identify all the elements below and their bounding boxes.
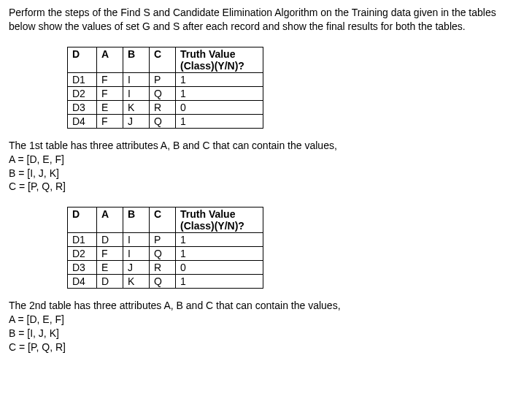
cell-c: Q [150, 247, 176, 261]
cell-d: D3 [68, 261, 97, 275]
cell-a: E [97, 261, 123, 275]
table-row: D1 F I P 1 [68, 72, 263, 86]
desc2-line1: The 2nd table has three attributes A, B … [9, 299, 523, 313]
table1: D A B C Truth Value (Class)(Y/N)? D1 F I… [67, 47, 263, 129]
cell-a: F [97, 114, 123, 128]
th-tv-line2: (Class)(Y/N)? [180, 220, 258, 232]
table-row: D3 E K R 0 [68, 100, 263, 114]
cell-b: I [123, 86, 150, 100]
table-row: D1 D I P 1 [68, 233, 263, 247]
th-tv: Truth Value (Class)(Y/N)? [176, 207, 263, 233]
cell-a: F [97, 247, 123, 261]
cell-tv: 1 [176, 72, 263, 86]
table-row: D4 D K Q 1 [68, 275, 263, 289]
cell-d: D4 [68, 114, 97, 128]
desc1: The 1st table has three attributes A, B … [9, 139, 523, 194]
cell-tv: 1 [176, 114, 263, 128]
desc2-lineC: C = [P, Q, R] [9, 340, 523, 354]
cell-tv: 1 [176, 247, 263, 261]
cell-tv: 0 [176, 261, 263, 275]
cell-b: J [123, 114, 150, 128]
table-row: D3 E J R 0 [68, 261, 263, 275]
cell-d: D2 [68, 247, 97, 261]
cell-tv: 1 [176, 86, 263, 100]
cell-b: I [123, 233, 150, 247]
th-tv-line1: Truth Value [180, 48, 235, 60]
desc1-line1: The 1st table has three attributes A, B … [9, 139, 523, 153]
cell-b: K [123, 275, 150, 289]
table2-wrap: D A B C Truth Value (Class)(Y/N)? D1 D I… [67, 207, 523, 289]
th-a: A [97, 207, 123, 233]
desc1-lineA: A = [D, E, F] [9, 153, 523, 167]
cell-d: D3 [68, 100, 97, 114]
th-d: D [68, 47, 97, 72]
th-tv-line1: Truth Value [180, 208, 235, 220]
th-d: D [68, 207, 97, 233]
cell-b: I [123, 247, 150, 261]
cell-d: D1 [68, 233, 97, 247]
desc1-lineB: B = [I, J, K] [9, 167, 523, 180]
cell-tv: 0 [176, 100, 263, 114]
cell-b: I [123, 72, 150, 86]
cell-a: D [97, 233, 123, 247]
th-a: A [97, 47, 123, 72]
cell-c: Q [150, 275, 176, 289]
th-b: B [123, 207, 150, 233]
intro-text: Perform the steps of the Find S and Cand… [9, 6, 523, 34]
desc2-lineA: A = [D, E, F] [9, 313, 523, 327]
table-row: D2 F I Q 1 [68, 247, 263, 261]
desc2: The 2nd table has three attributes A, B … [9, 299, 523, 354]
cell-b: J [123, 261, 150, 275]
cell-c: R [150, 261, 176, 275]
table-row: D4 F J Q 1 [68, 114, 263, 128]
cell-c: P [150, 72, 176, 86]
th-tv-line2: (Class)(Y/N)? [180, 60, 258, 72]
cell-c: R [150, 100, 176, 114]
desc2-lineB: B = [I, J, K] [9, 327, 523, 340]
cell-tv: 1 [176, 275, 263, 289]
cell-a: F [97, 86, 123, 100]
cell-a: F [97, 72, 123, 86]
cell-d: D4 [68, 275, 97, 289]
cell-a: E [97, 100, 123, 114]
table-row: D2 F I Q 1 [68, 86, 263, 100]
cell-d: D1 [68, 72, 97, 86]
cell-c: Q [150, 114, 176, 128]
table2: D A B C Truth Value (Class)(Y/N)? D1 D I… [67, 207, 263, 289]
desc1-lineC: C = [P, Q, R] [9, 180, 523, 194]
cell-b: K [123, 100, 150, 114]
cell-d: D2 [68, 86, 97, 100]
cell-c: Q [150, 86, 176, 100]
th-tv: Truth Value (Class)(Y/N)? [176, 47, 263, 72]
cell-a: D [97, 275, 123, 289]
th-b: B [123, 47, 150, 72]
table1-wrap: D A B C Truth Value (Class)(Y/N)? D1 F I… [67, 47, 523, 129]
th-c: C [150, 47, 176, 72]
th-c: C [150, 207, 176, 233]
cell-c: P [150, 233, 176, 247]
cell-tv: 1 [176, 233, 263, 247]
